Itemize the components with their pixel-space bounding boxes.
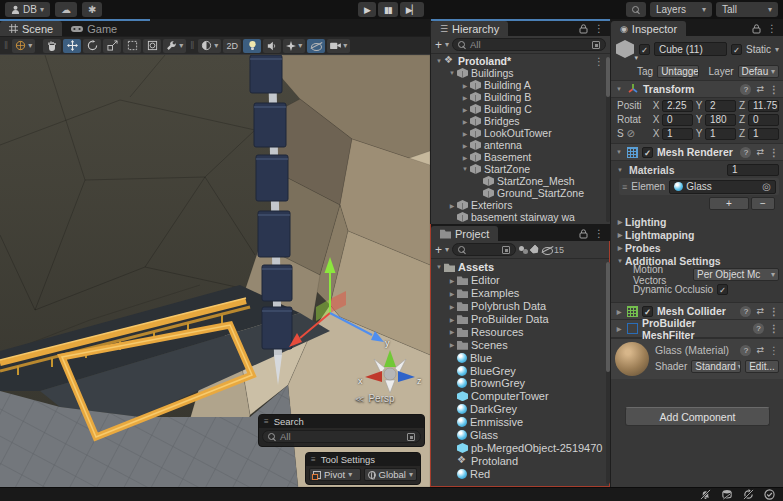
foldout-arrow-icon[interactable]: ▼ — [460, 166, 470, 172]
materials-count-field[interactable]: 1 — [727, 164, 779, 176]
remove-material-button[interactable]: − — [751, 197, 775, 210]
foldout-arrow-icon[interactable]: ▶ — [447, 202, 457, 209]
edit-shader-button[interactable]: Edit... — [745, 360, 779, 373]
safe-mode-status-button[interactable] — [764, 489, 775, 500]
hierarchy-item[interactable]: basement stairway wa — [431, 211, 606, 223]
hierarchy-item[interactable]: Ground_StartZone — [431, 187, 606, 199]
link-icon[interactable]: ⊘ — [626, 128, 634, 139]
help-icon[interactable]: ? — [740, 84, 751, 95]
project-item[interactable]: ▶ProBuilder Data — [431, 313, 606, 326]
custom-tools-button[interactable]: ▾ — [163, 39, 186, 53]
foldout-arrow-icon[interactable]: ▶ — [447, 303, 457, 310]
tool-settings-header[interactable]: ≡ Tool Settings — [306, 453, 420, 466]
foldout-arrow-icon[interactable]: ▶ — [615, 325, 623, 332]
position-z-field[interactable]: 11.75 — [748, 100, 779, 112]
search-by-type-button[interactable] — [519, 246, 528, 254]
project-item[interactable]: BrownGrey — [431, 377, 606, 390]
global-dropdown[interactable]: Global ▾ — [364, 468, 417, 481]
presets-icon[interactable]: ⇄ — [756, 147, 764, 157]
drag-handle-icon[interactable]: ≡ — [311, 455, 316, 464]
material-element-row[interactable]: ≡ Elemen Glass ◎ — [619, 178, 779, 195]
foldout-arrow-icon[interactable]: ▼ — [447, 70, 457, 76]
project-item[interactable]: ▼Assets — [431, 261, 606, 274]
foldout-arrow-icon[interactable]: ▶ — [460, 154, 470, 161]
probes-foldout[interactable]: ▶Probes — [611, 241, 783, 254]
position-x-field[interactable]: 2.25 — [662, 100, 693, 112]
tag-dropdown[interactable]: Untagge▾ — [657, 65, 698, 78]
create-button[interactable]: + — [435, 39, 442, 51]
presets-icon[interactable]: ⇄ — [756, 345, 764, 355]
foldout-arrow-icon[interactable]: ▶ — [460, 82, 470, 89]
rotation-z-field[interactable]: 0 — [748, 114, 779, 126]
hierarchy-item[interactable]: ▼Protoland*⋮ — [431, 55, 606, 67]
layers-dropdown[interactable]: Layers▾ — [650, 2, 712, 17]
project-item[interactable]: Glass — [431, 429, 606, 442]
kebab-menu-icon[interactable]: ⋮ — [767, 23, 777, 34]
layout-dropdown[interactable]: Tall▾ — [716, 2, 778, 17]
project-item[interactable]: BlueGrey — [431, 364, 606, 377]
foldout-arrow-icon[interactable]: ▶ — [615, 308, 623, 315]
item-kebab-icon[interactable]: ⋮ — [594, 56, 606, 67]
picker-icon[interactable] — [592, 41, 600, 49]
drag-handle-icon[interactable]: ‖ — [188, 40, 196, 51]
search-by-label-button[interactable] — [531, 246, 539, 254]
perspective-toggle[interactable]: ≪ Persp — [355, 393, 395, 404]
foldout-arrow-icon[interactable]: ▼ — [434, 58, 444, 64]
active-checkbox[interactable]: ✓ — [639, 44, 650, 55]
project-item[interactable]: ▶Editor — [431, 274, 606, 287]
hierarchy-item[interactable]: StartZone_Mesh — [431, 175, 606, 187]
hierarchy-item[interactable]: ▶Bridges — [431, 115, 606, 127]
kebab-menu-icon[interactable]: ⋮ — [769, 306, 779, 317]
help-icon[interactable]: ? — [740, 147, 751, 158]
kebab-menu-icon[interactable]: ⋮ — [769, 345, 779, 356]
kebab-menu-icon[interactable]: ⋮ — [769, 84, 779, 95]
hierarchy-item[interactable]: ▶Building A — [431, 79, 606, 91]
tab-project[interactable]: Project — [431, 226, 498, 241]
caret-down-icon[interactable]: ▾ — [445, 245, 449, 254]
hierarchy-item[interactable]: ▶Exteriors — [431, 199, 606, 211]
presets-icon[interactable]: ⇄ — [756, 84, 764, 94]
step-button[interactable]: ▶▏ — [400, 2, 424, 17]
foldout-arrow-icon[interactable]: ▶ — [460, 106, 470, 113]
cloud-button[interactable]: ☁ — [55, 2, 77, 17]
play-button[interactable]: ▶ — [358, 2, 376, 17]
hidden-count-button[interactable]: 15 — [542, 245, 564, 255]
foldout-arrow-icon[interactable]: ▼ — [615, 149, 623, 155]
kebab-menu-icon[interactable]: ⋮ — [769, 147, 779, 158]
kebab-menu-icon[interactable]: ⋮ — [769, 323, 779, 334]
add-material-button[interactable]: + — [709, 197, 749, 210]
hierarchy-item[interactable]: ▶LookOutTower — [431, 127, 606, 139]
picker-icon[interactable] — [407, 433, 415, 441]
scale-z-field[interactable]: 1 — [748, 128, 779, 140]
scene-visibility-toggle[interactable] — [307, 39, 325, 53]
scene-viewport[interactable]: y x z ≪ Persp ≡ Search All — [0, 55, 430, 487]
foldout-arrow-icon[interactable]: ▶ — [460, 130, 470, 137]
rotate-tool-button[interactable] — [83, 39, 101, 53]
foldout-arrow-icon[interactable]: ▶ — [447, 316, 457, 323]
lighting-foldout[interactable]: ▶Lighting — [611, 215, 783, 228]
drag-handle-icon[interactable]: ≡ — [264, 417, 269, 426]
foldout-arrow-icon[interactable]: ▶ — [447, 290, 457, 297]
account-menu-button[interactable]: DB ▾ — [5, 2, 50, 17]
project-item[interactable]: pb-MergedObject-2519470 — [431, 441, 606, 454]
kebab-menu-icon[interactable]: ⋮ — [594, 228, 604, 239]
effects-dropdown-button[interactable]: ▾ — [283, 39, 305, 53]
materials-row[interactable]: ▼ Materials 1 — [611, 162, 783, 177]
project-item[interactable]: Emmissive — [431, 416, 606, 429]
caret-down-icon[interactable]: ▾ — [775, 45, 779, 54]
add-component-button[interactable]: Add Component — [625, 407, 770, 426]
material-object-field[interactable]: Glass ◎ — [669, 180, 776, 194]
kebab-menu-icon[interactable]: ⋮ — [594, 23, 604, 34]
object-picker-icon[interactable]: ◎ — [762, 181, 771, 192]
hierarchy-item[interactable]: ▶Basement — [431, 151, 606, 163]
component-checkbox[interactable]: ✓ — [642, 147, 653, 158]
project-item[interactable]: ComputerTower — [431, 390, 606, 403]
shading-mode-dropdown[interactable]: ▾ — [198, 39, 221, 53]
notifications-muted-button[interactable] — [700, 489, 711, 500]
scene-search-input[interactable]: All — [262, 430, 421, 443]
project-item[interactable]: ▶Scenes — [431, 338, 606, 351]
probuilder-meshfilter-header[interactable]: ▶ ProBuilder MeshFilter ? ⋮ — [611, 320, 783, 338]
hierarchy-item[interactable]: ▼Buildings — [431, 67, 606, 79]
foldout-arrow-icon[interactable]: ▶ — [460, 118, 470, 125]
component-checkbox[interactable]: ✓ — [642, 306, 653, 317]
